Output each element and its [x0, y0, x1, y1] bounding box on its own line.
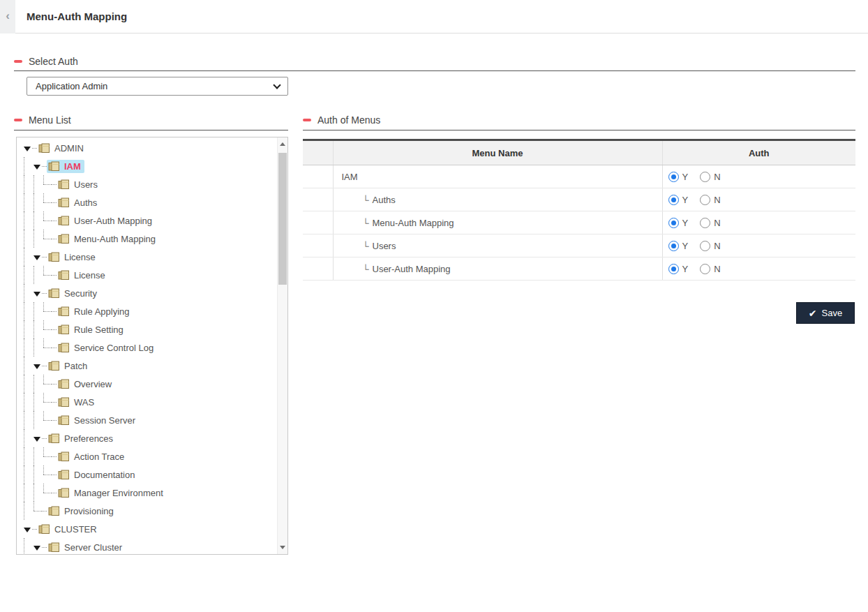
tree-expander[interactable] — [33, 502, 42, 520]
tree-node-service-control-log[interactable]: Service Control Log — [24, 338, 277, 357]
tree-node-license[interactable]: License — [24, 266, 277, 284]
tree-node-patch[interactable]: Patch — [24, 357, 277, 375]
tree-node-body[interactable]: Documentation — [57, 468, 138, 482]
tree-node-body[interactable]: Server Cluster — [47, 541, 126, 554]
tree-node-body[interactable]: License — [47, 251, 99, 264]
tree-node-body[interactable]: Preferences — [47, 432, 117, 445]
tree-node-body[interactable]: IAM — [47, 160, 84, 173]
tree-expander[interactable] — [43, 230, 52, 248]
tree-node-body[interactable]: Action Trace — [57, 450, 128, 463]
tree-expander[interactable] — [33, 284, 42, 302]
radio-no-label[interactable]: N — [714, 218, 720, 228]
tree-node-admin[interactable]: ADMIN — [24, 139, 277, 157]
tree-node-action-trace[interactable]: Action Trace — [24, 447, 277, 465]
scrollbar-thumb[interactable] — [278, 153, 287, 285]
radio-no-label[interactable]: N — [714, 264, 720, 274]
tree-node-body[interactable]: Auths — [57, 196, 100, 209]
folder-icon — [58, 306, 70, 317]
tree-expander[interactable] — [24, 139, 32, 157]
radio-no[interactable] — [700, 218, 710, 228]
tree-node-rule-applying[interactable]: Rule Applying — [24, 302, 277, 320]
tree-expander[interactable] — [33, 429, 42, 447]
tree-expander[interactable] — [43, 484, 52, 502]
tree-scrollbar[interactable] — [277, 137, 287, 554]
tree-expander[interactable] — [43, 175, 52, 193]
tree-expander[interactable] — [43, 211, 52, 230]
tree-node-body[interactable]: Session Server — [57, 414, 139, 427]
tree-guide-line — [24, 484, 33, 502]
tree-expander[interactable] — [43, 338, 52, 357]
radio-yes[interactable] — [668, 241, 679, 251]
back-button[interactable]: ‹ — [0, 0, 15, 33]
radio-no[interactable] — [700, 195, 710, 205]
auth-select[interactable]: Application Admin — [27, 77, 288, 96]
radio-no-label[interactable]: N — [714, 195, 720, 205]
tree-node-user-auth-mapping[interactable]: User-Auth Mapping — [24, 211, 277, 230]
tree-stub-line — [52, 420, 57, 421]
tree-node-iam[interactable]: IAM — [24, 157, 277, 175]
tree-node-body[interactable]: ADMIN — [37, 142, 87, 155]
radio-yes[interactable] — [668, 195, 679, 205]
tree-node-body[interactable]: Rule Applying — [57, 305, 133, 318]
tree-expander[interactable] — [43, 411, 52, 429]
tree-node-menu-auth-mapping[interactable]: Menu-Auth Mapping — [24, 230, 277, 248]
radio-yes[interactable] — [668, 218, 679, 228]
radio-no[interactable] — [700, 172, 710, 182]
radio-yes-label[interactable]: Y — [682, 241, 689, 251]
tree-node-server-cluster[interactable]: Server Cluster — [24, 538, 277, 554]
tree-expander[interactable] — [33, 538, 42, 554]
tree-expander[interactable] — [43, 393, 52, 411]
tree-expander[interactable] — [43, 266, 52, 284]
tree-node-preferences[interactable]: Preferences — [24, 429, 277, 447]
radio-yes[interactable] — [668, 172, 679, 182]
scroll-up-icon[interactable] — [280, 142, 285, 146]
tree-expander[interactable] — [33, 248, 42, 266]
tree-node-rule-setting[interactable]: Rule Setting — [24, 320, 277, 338]
tree-node-manager-environment[interactable]: Manager Environment — [24, 484, 277, 502]
radio-no-label[interactable]: N — [714, 241, 720, 251]
tree-node-body[interactable]: Overview — [57, 378, 115, 391]
tree-node-body[interactable]: CLUSTER — [37, 523, 100, 536]
tree-expander[interactable] — [24, 520, 32, 538]
save-button[interactable]: ✔ Save — [796, 302, 855, 324]
tree-node-body[interactable]: Service Control Log — [57, 341, 157, 354]
radio-yes-label[interactable]: Y — [682, 218, 689, 228]
tree-node-security[interactable]: Security — [24, 284, 277, 302]
radio-no-label[interactable]: N — [714, 172, 720, 182]
tree-node-documentation[interactable]: Documentation — [24, 465, 277, 484]
tree-node-body[interactable]: Users — [57, 178, 101, 191]
radio-yes[interactable] — [668, 264, 679, 274]
tree-node-provisioning[interactable]: Provisioning — [24, 502, 277, 520]
radio-yes-label[interactable]: Y — [682, 264, 689, 274]
tree-node-body[interactable]: Provisioning — [47, 505, 117, 518]
scroll-down-icon[interactable] — [280, 546, 285, 549]
tree-node-body[interactable]: Security — [47, 287, 100, 300]
tree-expander[interactable] — [33, 357, 42, 375]
tree-node-body[interactable]: Rule Setting — [57, 323, 127, 336]
tree-expander[interactable] — [43, 193, 52, 211]
tree-expander[interactable] — [43, 375, 52, 393]
tree-expander[interactable] — [43, 447, 52, 465]
tree-node-overview[interactable]: Overview — [24, 375, 277, 393]
blank-cell — [303, 165, 333, 188]
radio-yes-label[interactable]: Y — [682, 195, 689, 205]
tree-node-cluster[interactable]: CLUSTER — [24, 520, 277, 538]
tree-node-was[interactable]: WAS — [24, 393, 277, 411]
radio-no[interactable] — [700, 241, 710, 251]
tree-node-body[interactable]: User-Auth Mapping — [57, 214, 156, 227]
tree-node-body[interactable]: WAS — [57, 396, 98, 409]
tree-node-body[interactable]: Manager Environment — [57, 486, 167, 500]
tree-expander[interactable] — [43, 465, 52, 484]
tree-expander[interactable] — [43, 302, 52, 320]
tree-node-body[interactable]: License — [57, 269, 109, 282]
radio-no[interactable] — [700, 264, 710, 274]
tree-expander[interactable] — [43, 320, 52, 338]
tree-node-body[interactable]: Menu-Auth Mapping — [57, 232, 159, 246]
tree-expander[interactable] — [33, 157, 42, 175]
tree-node-license[interactable]: License — [24, 248, 277, 266]
tree-node-users[interactable]: Users — [24, 175, 277, 193]
radio-yes-label[interactable]: Y — [682, 172, 689, 182]
tree-node-body[interactable]: Patch — [47, 359, 91, 373]
tree-node-session-server[interactable]: Session Server — [24, 411, 277, 429]
tree-node-auths[interactable]: Auths — [24, 193, 277, 211]
